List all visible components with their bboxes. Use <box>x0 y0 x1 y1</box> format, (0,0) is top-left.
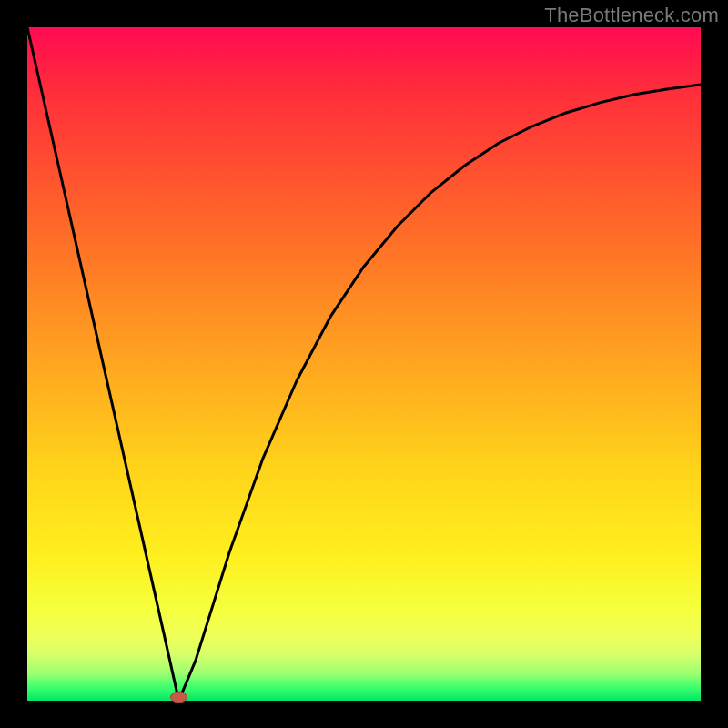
chart-frame: TheBottleneck.com <box>0 0 728 728</box>
minimum-marker <box>171 692 187 703</box>
curve-layer <box>27 27 701 701</box>
bottleneck-curve <box>27 27 701 701</box>
watermark-text: TheBottleneck.com <box>544 4 719 27</box>
plot-area <box>27 27 701 701</box>
